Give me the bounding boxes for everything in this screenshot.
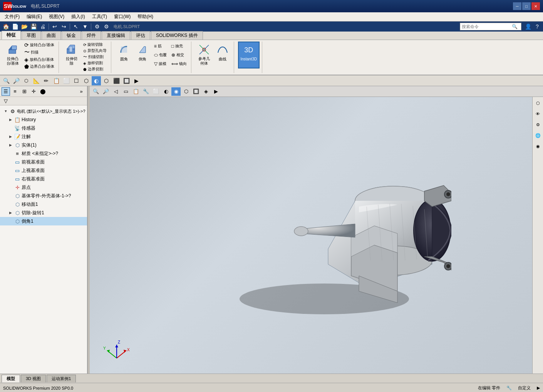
tab-direct-editing[interactable]: 直接编辑 xyxy=(102,31,130,40)
rp-view2[interactable]: 👁 xyxy=(533,109,543,118)
tab-sketch[interactable]: 草图 xyxy=(22,31,41,40)
panel-appearance-btn[interactable]: ⬤ xyxy=(39,87,47,96)
filter-btn[interactable]: ▽ xyxy=(2,97,10,105)
vp-zoom-fit[interactable]: 🔍 xyxy=(91,87,101,96)
rp-view1[interactable]: ⬡ xyxy=(533,98,543,108)
tab-features[interactable]: 特征 xyxy=(2,31,21,40)
tree-front-plane[interactable]: ▭ 前视基准面 xyxy=(0,158,87,166)
rp-view5[interactable]: ◉ xyxy=(533,142,543,151)
tree-right-plane[interactable]: ▭ 右视基准面 xyxy=(0,175,87,183)
tb2-view1[interactable]: ⬜ xyxy=(62,76,71,85)
tree-annotation[interactable]: ▶ 📝 注解 xyxy=(0,132,87,141)
qt-settings[interactable]: ⚙ xyxy=(102,22,111,31)
menu-window[interactable]: 窗口(W) xyxy=(111,13,134,21)
tree-top-plane[interactable]: ▭ 上视基准面 xyxy=(0,166,87,175)
tree-root[interactable]: ▼ ⚙ 电机 (默认<<默认>_显示状态 1>)->? xyxy=(0,107,87,115)
tree-base[interactable]: ⬡ 基体零件-外壳基体-1->? xyxy=(0,192,87,200)
wrap-btn[interactable]: ⬭ 包覆 xyxy=(152,51,169,59)
panel-expand-btn[interactable]: » xyxy=(77,87,85,96)
fillet-btn[interactable]: 圆角 xyxy=(115,42,133,68)
qt-redo[interactable]: ↪ xyxy=(60,22,68,31)
tb2-view2[interactable]: ☐ xyxy=(72,76,81,85)
boundary-btn[interactable]: ⬟ 边界凸台/基体 xyxy=(22,63,56,70)
menu-tools[interactable]: 工具(T) xyxy=(89,13,110,21)
vp-snap[interactable]: 📋 xyxy=(131,87,141,96)
qt-home[interactable]: 🏠 xyxy=(2,22,10,31)
tab-surface[interactable]: 曲面 xyxy=(42,31,61,40)
tb2-copy[interactable]: 📋 xyxy=(52,76,61,85)
cut-revolve-btn[interactable]: ⟳ 旋转切除 xyxy=(81,42,109,48)
cut-extrude-btn[interactable]: 拉伸切除 xyxy=(63,42,80,68)
loft-btn[interactable]: ◈ 放样凸台/基体 xyxy=(22,56,56,63)
search-input[interactable] xyxy=(462,24,512,29)
close-button[interactable]: ✕ xyxy=(531,2,540,10)
rp-view4[interactable]: 🌐 xyxy=(533,131,543,140)
vp-display6[interactable]: ◈ xyxy=(201,87,211,96)
tb2-view3[interactable]: ⬡ xyxy=(82,76,91,85)
tab-weldments[interactable]: 焊件 xyxy=(82,31,101,40)
draft-btn[interactable]: ▽ 拔模 xyxy=(152,60,169,68)
window-controls[interactable]: ─ □ ✕ xyxy=(513,2,540,10)
qt-cursor[interactable]: ↖ xyxy=(72,22,80,31)
vp-display1[interactable]: ⬜ xyxy=(151,87,161,96)
tb2-view6[interactable]: ⬛ xyxy=(112,76,121,85)
vp-display4[interactable]: ⬡ xyxy=(181,87,191,96)
panel-property-btn[interactable]: ≡ xyxy=(11,87,19,96)
qt-question[interactable]: ? xyxy=(533,22,541,31)
vp-display5[interactable]: 🔲 xyxy=(191,87,201,96)
viewport[interactable]: 🔍 🔎 ◁ ▭ 📋 🔧 ⬜ ◐ ◉ ⬡ 🔲 ◈ ▶ xyxy=(90,86,543,374)
tree-move-face[interactable]: ⬡ 移动面1 xyxy=(0,200,87,209)
minimize-button[interactable]: ─ xyxy=(513,2,521,10)
menu-help[interactable]: 帮助(H) xyxy=(134,13,156,21)
maximize-button[interactable]: □ xyxy=(522,2,531,10)
tb2-measure[interactable]: 📐 xyxy=(32,76,41,85)
tab-3d-view[interactable]: 3D 视图 xyxy=(21,375,46,382)
vp-prev-view[interactable]: ◁ xyxy=(111,87,121,96)
qt-new[interactable]: 📄 xyxy=(11,22,19,31)
tb2-view5[interactable]: ⬡ xyxy=(102,76,111,85)
tb2-view7[interactable]: 🔲 xyxy=(122,76,131,85)
menu-insert[interactable]: 插入(I) xyxy=(68,13,88,21)
revolve-boss-btn[interactable]: ⟳ 旋转凸台/基体 xyxy=(22,42,56,48)
tb2-view4[interactable]: ◐ xyxy=(92,76,101,85)
vp-settings[interactable]: 🔧 xyxy=(141,87,151,96)
tab-sheetmetal[interactable]: 钣金 xyxy=(62,31,81,40)
tree-sensor[interactable]: 📡 传感器 xyxy=(0,124,87,132)
panel-display-btn[interactable]: ✛ xyxy=(29,87,38,96)
instant3d-btn[interactable]: 3D Instant3D xyxy=(238,42,260,68)
mirror-btn[interactable]: ⟺ 镜向 xyxy=(169,60,189,68)
qt-options[interactable]: ⚙ xyxy=(93,22,101,31)
panel-config-btn[interactable]: ⊞ xyxy=(20,87,28,96)
chamfer-btn[interactable]: 倒角 xyxy=(134,42,151,68)
qt-open[interactable]: 📂 xyxy=(20,22,28,31)
vp-realview[interactable]: ▶ xyxy=(211,87,221,96)
qt-save[interactable]: 💾 xyxy=(29,22,38,31)
tree-material[interactable]: ≡ 材质 <未指定>->? xyxy=(0,149,87,158)
intersect-btn[interactable]: ⊗ 相交 xyxy=(169,51,189,59)
vp-zoom-area[interactable]: 🔎 xyxy=(101,87,111,96)
rib-btn[interactable]: ≡ 筋 xyxy=(152,42,169,50)
tab-solidworks-addins[interactable]: SOLIDWORKS 插件 xyxy=(151,31,203,40)
cut-boundary-btn[interactable]: ⬟ 边界切割 xyxy=(81,66,109,72)
tb2-sketch[interactable]: ✏ xyxy=(42,76,51,85)
tab-motion-study[interactable]: 运动算例1 xyxy=(47,375,76,382)
extrude-boss-btn[interactable]: 拉伸凸台/基体 xyxy=(4,42,22,68)
qt-undo[interactable]: ↩ xyxy=(50,22,59,31)
cut-sweep-btn[interactable]: 〜 扫描切割 xyxy=(81,54,109,60)
tree-origin[interactable]: ✛ 原点 xyxy=(0,183,87,192)
menu-file[interactable]: 文件(F) xyxy=(2,13,23,21)
reference-geometry-btn[interactable]: 参考几何体 xyxy=(195,42,213,68)
shell-btn[interactable]: □ 抽壳 xyxy=(169,42,189,50)
sweep-btn[interactable]: 〜 扫描 xyxy=(22,48,56,56)
rp-view3[interactable]: ⚙ xyxy=(533,120,543,129)
tree-history[interactable]: ▶ 📋 History xyxy=(0,115,87,124)
vp-display3[interactable]: ◉ xyxy=(171,87,181,96)
vp-section[interactable]: ▭ xyxy=(121,87,131,96)
tab-model[interactable]: 模型 xyxy=(2,375,20,382)
tb2-zoom-in[interactable]: 🔎 xyxy=(12,76,21,85)
tab-evaluate[interactable]: 评估 xyxy=(131,31,150,40)
curves-btn[interactable]: 曲线 xyxy=(214,42,231,68)
tree-solid[interactable]: ▶ ⬡ 实体(1) xyxy=(0,141,87,149)
menu-view[interactable]: 视图(V) xyxy=(46,13,67,21)
cut-loft-btn[interactable]: ◈ 放样切割 xyxy=(81,60,109,66)
